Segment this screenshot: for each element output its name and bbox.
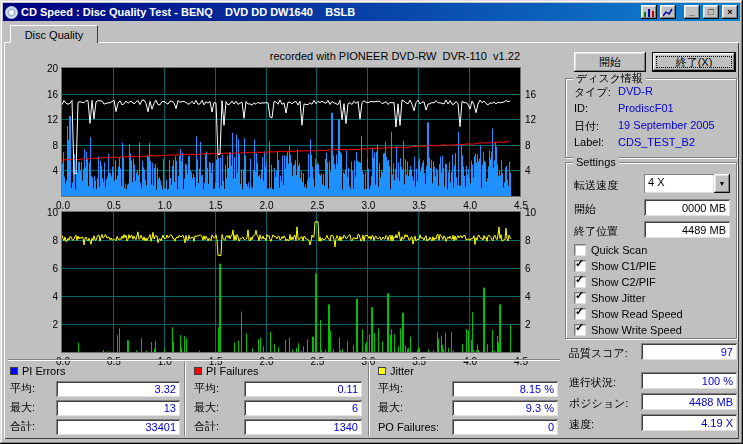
disc-type-label: タイプ: [574, 85, 616, 100]
stat-row: 最大: 13 [10, 399, 180, 416]
checkbox-label: Show Read Speed [591, 308, 683, 320]
checkbox-label: Show C2/PIF [591, 276, 656, 288]
stat-value: 8.15 % [452, 381, 558, 397]
disc-label-label: Label: [574, 136, 616, 148]
checkbox-box: ✓ [574, 308, 586, 320]
checkbox-show-jitter[interactable]: ✓ Show Jitter [574, 291, 645, 304]
stat-label: 最大: [10, 400, 56, 415]
stat-value: 0 [452, 419, 558, 435]
stats-separator-horizontal [8, 359, 560, 361]
axis-tick-label: 4 [34, 291, 58, 303]
speed-field: 4.19 X [641, 414, 737, 431]
axis-tick-label: 12 [34, 114, 58, 126]
check-icon: ✓ [575, 321, 584, 334]
stat-label: 最大: [194, 400, 244, 415]
check-icon: ✓ [575, 257, 584, 270]
tab-disc-quality[interactable]: Disc Quality [10, 25, 98, 43]
axis-tick-label: 4 [525, 291, 549, 303]
axis-tick-label: 8 [34, 140, 58, 152]
check-icon: ✓ [575, 273, 584, 286]
stats-pi-failures: PI Failures 平均: 0.11 最大: 6 合計: 1340 [194, 364, 362, 436]
pi-failures-jitter-chart-canvas [62, 212, 520, 352]
checkbox-box: ✓ [574, 292, 586, 304]
checkbox-show-c1-pie[interactable]: ✓ Show C1/PIE [574, 259, 656, 272]
jitter-title: Jitter [390, 365, 414, 377]
checkbox-label: Show Jitter [591, 292, 645, 304]
close-button[interactable]: × [722, 5, 738, 19]
axis-tick-label: 16 [34, 89, 58, 101]
settings-group-title: Settings [573, 156, 619, 169]
axis-tick-label: 8 [34, 235, 58, 247]
stat-label: 合計: [10, 419, 56, 434]
quality-score-label: 品質スコア: [569, 346, 628, 361]
graph-view-button[interactable] [641, 5, 657, 19]
axis-tick-label: 2 [525, 319, 549, 331]
disc-id-label: ID: [574, 102, 616, 114]
checkbox-label: Show Write Speed [591, 324, 682, 336]
disc-type-value: DVD-R [618, 85, 730, 97]
app-window: CD Speed : Disc Quality Test - BENQ DVD … [0, 0, 743, 444]
disc-date-label: 日付: [574, 119, 616, 134]
position-field: 4488 MB [641, 393, 737, 410]
position-label: ポジション: [569, 396, 628, 411]
main-panel: recorded with PIONEER DVD-RW DVR-110 v1.… [4, 42, 739, 439]
progress-field: 100 % [641, 372, 737, 389]
maximize-button[interactable]: □ [703, 5, 719, 19]
end-position-field[interactable]: 4489 MB [644, 221, 730, 238]
stats-separator-1 [184, 362, 186, 436]
stat-label: 平均: [10, 381, 56, 396]
pi-errors-chart-canvas [62, 68, 520, 196]
axis-tick-label: 20 [34, 63, 58, 75]
speed-label: 速度: [569, 417, 594, 432]
stat-value: 13 [56, 400, 180, 416]
stat-label: PO Failures: [378, 421, 452, 433]
start-position-label: 開始 [574, 202, 596, 217]
stat-label: 最大: [378, 400, 452, 415]
disc-info-group-title: ディスク情報 [573, 72, 646, 85]
data-view-button[interactable] [660, 5, 676, 19]
stats-separator-2 [368, 362, 370, 436]
transfer-speed-label: 転送速度 [574, 178, 618, 193]
recorded-note: recorded with PIONEER DVD-RW DVR-110 v1.… [62, 50, 520, 62]
axis-tick-label: 6 [525, 263, 549, 275]
progress-label: 進行状況: [569, 375, 616, 390]
stats-pi-errors: PI Errors 平均: 3.32 最大: 13 合計: 33401 [10, 364, 180, 436]
check-icon: ✓ [575, 289, 584, 302]
stat-value: 3.32 [56, 381, 180, 397]
disc-label-value: CDS_TEST_B2 [618, 136, 730, 148]
axis-tick-label: 6 [34, 263, 58, 275]
end-position-label: 終了位置 [574, 224, 618, 239]
chevron-down-icon[interactable]: ▼ [714, 174, 730, 193]
titlebar: CD Speed : Disc Quality Test - BENQ DVD … [3, 3, 740, 21]
disc-id-value: ProdiscF01 [618, 102, 730, 114]
stat-row: 平均: 8.15 % [378, 380, 558, 397]
stat-value: 33401 [56, 419, 180, 435]
checkbox-show-read-speed[interactable]: ✓ Show Read Speed [574, 307, 683, 320]
transfer-speed-select[interactable]: 4 X ▼ [644, 174, 730, 193]
jitter-legend-icon [378, 367, 386, 375]
bar-chart-icon [644, 8, 654, 17]
checkbox-show-write-speed[interactable]: ✓ Show Write Speed [574, 323, 682, 336]
pi-failures-title: PI Failures [206, 365, 259, 377]
pi-failures-legend-icon [194, 367, 202, 375]
start-button[interactable]: 開始 [574, 52, 646, 72]
stat-row: PO Failures: 0 [378, 418, 558, 435]
axis-tick-label: 10 [34, 207, 58, 219]
checkbox-box: ✓ [574, 324, 586, 336]
stat-row: 平均: 3.32 [10, 380, 180, 397]
stat-row: 最大: 6 [194, 399, 362, 416]
transfer-speed-value: 4 X [644, 174, 714, 193]
start-position-field[interactable]: 0000 MB [644, 199, 730, 216]
quality-score-field: 97 [641, 343, 737, 360]
stat-row: 平均: 0.11 [194, 380, 362, 397]
stat-value: 9.3 % [452, 400, 558, 416]
checkbox-show-c2-pif[interactable]: ✓ Show C2/PIF [574, 275, 656, 288]
axis-tick-label: 10 [525, 207, 549, 219]
exit-button[interactable]: 終了(X) [652, 52, 736, 72]
checkbox-quick-scan[interactable]: ✓ Quick Scan [574, 243, 647, 256]
minimize-button[interactable]: _ [684, 5, 700, 19]
axis-tick-label: 16 [525, 89, 549, 101]
line-chart-icon [663, 8, 673, 17]
stat-value: 1340 [244, 419, 362, 435]
check-icon: ✓ [575, 305, 584, 318]
